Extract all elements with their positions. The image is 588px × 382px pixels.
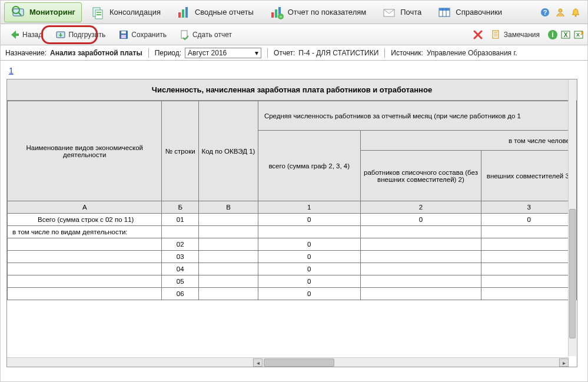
cell-c2[interactable]: 0 — [360, 214, 481, 226]
excel-export-icon[interactable]: X — [560, 29, 571, 40]
vertical-scroll-thumb[interactable] — [569, 209, 576, 338]
cell-name[interactable]: Всего (сумма строк с 02 по 11) — [8, 214, 162, 226]
nav-indicator-report[interactable]: + Отчет по показателям — [263, 2, 373, 22]
tool-label: Сдать отчет — [192, 31, 232, 39]
cell-no[interactable]: 03 — [162, 251, 199, 263]
svg-rect-11 — [275, 9, 277, 18]
cell-okved[interactable] — [199, 251, 258, 263]
cell-c1[interactable] — [258, 226, 360, 238]
period-select[interactable]: Август 2016 ▾ — [185, 48, 261, 58]
sheet-tab[interactable]: 1 — [6, 65, 16, 77]
cell-okved[interactable] — [199, 288, 258, 300]
cell-c2[interactable] — [360, 238, 481, 251]
col-letter: Б — [162, 201, 199, 214]
report-table: Наименование видов экономической деятель… — [7, 101, 577, 300]
cell-c3[interactable] — [481, 251, 577, 263]
cell-name[interactable] — [8, 288, 162, 300]
cell-c2[interactable] — [360, 288, 481, 300]
scroll-right-button[interactable]: ▸ — [559, 358, 569, 367]
help-icon[interactable]: ? — [539, 6, 551, 18]
nav-label: Почта — [400, 8, 421, 16]
cell-name[interactable] — [8, 238, 162, 251]
col-letter: 2 — [360, 201, 481, 214]
header-right-icons: ? — [539, 6, 585, 18]
cell-c2[interactable] — [360, 251, 481, 263]
cell-okved[interactable] — [199, 238, 258, 251]
delete-icon[interactable] — [473, 29, 483, 40]
horizontal-scrollbar[interactable]: ◂ ▸ — [7, 357, 569, 367]
cell-c1[interactable]: 0 — [258, 214, 360, 226]
table-row: 05 0 — [8, 275, 577, 288]
cell-c3[interactable] — [481, 288, 577, 300]
chevron-down-icon: ▾ — [255, 49, 258, 57]
cell-c1[interactable]: 0 — [258, 251, 360, 263]
tool-label: Сохранить — [131, 31, 167, 39]
svg-rect-8 — [182, 9, 184, 18]
svg-text:X: X — [564, 32, 568, 38]
cell-c2[interactable] — [360, 226, 481, 238]
cell-c1[interactable]: 0 — [258, 263, 360, 275]
cell-no[interactable] — [162, 226, 199, 238]
nav-label: Сводные отчеты — [195, 8, 254, 16]
cell-name[interactable] — [8, 251, 162, 263]
cell-c1[interactable]: 0 — [258, 238, 360, 251]
cell-name[interactable] — [8, 263, 162, 275]
secondary-toolbar: Назад Подгрузить Сохранить Сдать отчет З… — [1, 24, 587, 45]
cell-okved[interactable] — [199, 226, 258, 238]
cell-c1[interactable]: 0 — [258, 275, 360, 288]
nav-mail[interactable]: Почта — [375, 2, 428, 22]
col-letter: 1 — [258, 201, 360, 214]
th-okved: Код по ОКВЭД 1) — [199, 101, 258, 201]
cell-c1[interactable]: 0 — [258, 288, 360, 300]
svg-point-22 — [559, 9, 562, 12]
submit-button[interactable]: Сдать отчет — [174, 27, 237, 42]
cell-no[interactable]: 01 — [162, 214, 199, 226]
cell-okved[interactable] — [199, 263, 258, 275]
svg-rect-29 — [181, 31, 187, 38]
back-button[interactable]: Назад — [4, 27, 48, 42]
remarks-button[interactable]: Замечания — [486, 27, 545, 42]
cell-okved[interactable] — [199, 214, 258, 226]
cell-no[interactable]: 02 — [162, 238, 199, 251]
submit-icon — [180, 29, 190, 40]
cell-no[interactable]: 05 — [162, 275, 199, 288]
nav-summary-reports[interactable]: Сводные отчеты — [170, 2, 260, 22]
cell-no[interactable]: 04 — [162, 263, 199, 275]
cell-name[interactable]: в том числе по видам деятельности: — [8, 226, 162, 238]
cell-c3[interactable] — [481, 275, 577, 288]
cell-c2[interactable] — [360, 275, 481, 288]
svg-point-23 — [575, 15, 577, 16]
cell-name[interactable] — [8, 275, 162, 288]
tool-label: Подгрузить — [68, 31, 105, 39]
upload-icon — [55, 29, 66, 40]
user-icon[interactable] — [554, 6, 566, 18]
cell-c3[interactable] — [481, 238, 577, 251]
cell-okved[interactable] — [199, 275, 258, 288]
svg-rect-24 — [14, 34, 19, 36]
cell-c2[interactable] — [360, 263, 481, 275]
cell-c3[interactable]: 0 — [481, 214, 577, 226]
scroll-left-button[interactable]: ◂ — [253, 358, 263, 367]
cell-c3[interactable] — [481, 263, 577, 275]
vertical-scrollbar[interactable] — [568, 79, 576, 356]
nav-directories[interactable]: Справочники — [430, 2, 509, 22]
tool-label: Замечания — [504, 31, 540, 39]
nav-consolidation[interactable]: Консолидация — [84, 2, 167, 22]
cell-c3[interactable] — [481, 226, 577, 238]
table-row: 02 0 — [8, 238, 577, 251]
svg-text:i: i — [552, 31, 553, 39]
cell-no[interactable]: 06 — [162, 288, 199, 300]
bell-icon[interactable] — [570, 6, 582, 18]
report-value: П-4 - ДЛЯ СТАТИСТИКИ — [298, 49, 378, 57]
bar-chart-icon — [176, 5, 191, 20]
save-button[interactable]: Сохранить — [113, 27, 172, 42]
source-value: Управление Образования г. — [427, 49, 517, 57]
info-icon[interactable]: i — [547, 29, 558, 40]
tool-label: Назад — [22, 31, 42, 39]
excel-import-icon[interactable]: X — [573, 29, 584, 40]
upload-button[interactable]: Подгрузить — [50, 27, 111, 42]
nav-monitoring[interactable]: Мониторинг — [4, 2, 82, 22]
horizontal-scroll-thumb[interactable] — [264, 358, 334, 367]
th-total: всего (сумма граф 2, 3, 4) — [258, 131, 360, 201]
svg-rect-5 — [97, 12, 101, 13]
